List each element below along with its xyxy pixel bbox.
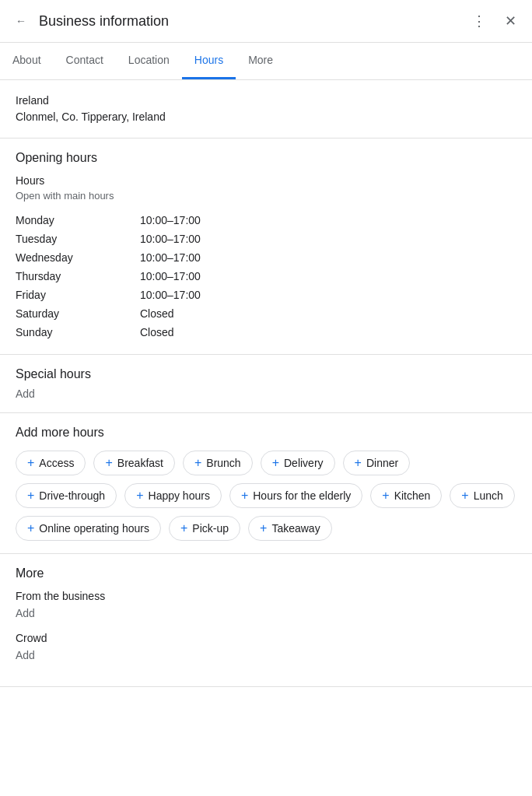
crowd-subsection: Crowd Add (16, 632, 516, 661)
header: ← Business information ⋮ ✕ (0, 0, 532, 43)
from-business-add[interactable]: Add (16, 607, 516, 619)
day-friday: Friday (16, 289, 140, 301)
tab-hours[interactable]: Hours (182, 43, 236, 79)
time-sunday: Closed (140, 326, 174, 338)
from-business-subsection: From the business Add (16, 590, 516, 619)
chip-drive-through-label: Drive-through (39, 489, 105, 502)
back-icon: ← (16, 15, 26, 27)
table-row: Friday 10:00–17:00 (16, 286, 516, 304)
chip-dinner[interactable]: + Dinner (343, 451, 411, 475)
plus-icon: + (241, 489, 248, 502)
more-title: More (16, 566, 516, 580)
table-row: Tuesday 10:00–17:00 (16, 230, 516, 248)
time-thursday: 10:00–17:00 (140, 270, 201, 282)
time-saturday: Closed (140, 307, 174, 320)
tab-more[interactable]: More (236, 43, 285, 79)
opening-hours-section: Opening hours Hours Open with main hours… (0, 139, 532, 355)
from-business-title: From the business (16, 590, 516, 602)
chip-brunch-label: Brunch (206, 457, 240, 469)
chip-drive-through[interactable]: + Drive-through (16, 483, 117, 508)
chip-online-operating[interactable]: + Online operating hours (16, 516, 161, 541)
location-line1: Ireland (16, 93, 516, 109)
chip-lunch-label: Lunch (474, 489, 503, 502)
chip-breakfast[interactable]: + Breakfast (93, 451, 174, 475)
time-tuesday: 10:00–17:00 (140, 233, 201, 245)
plus-icon: + (194, 457, 201, 469)
opening-hours-title: Opening hours (16, 151, 516, 165)
special-hours-title: Special hours (16, 367, 516, 381)
add-more-hours-title: Add more hours (16, 426, 516, 440)
close-button[interactable]: ✕ (499, 6, 523, 36)
chip-takeaway[interactable]: + Takeaway (248, 516, 332, 541)
day-saturday: Saturday (16, 307, 140, 320)
chip-breakfast-label: Breakfast (117, 457, 163, 469)
hours-table: Monday 10:00–17:00 Tuesday 10:00–17:00 W… (16, 211, 516, 342)
more-section: More From the business Add Crowd Add (0, 554, 532, 687)
chip-kitchen-label: Kitchen (394, 489, 431, 502)
plus-icon: + (105, 457, 112, 469)
add-more-hours-section: Add more hours + Access + Breakfast + Br… (0, 413, 532, 554)
nav-tabs: About Contact Location Hours More (0, 43, 532, 80)
location-line2: Clonmel, Co. Tipperary, Ireland (16, 109, 516, 125)
chip-delivery[interactable]: + Delivery (261, 451, 335, 475)
time-monday: 10:00–17:00 (140, 214, 201, 226)
day-monday: Monday (16, 214, 140, 226)
crowd-title: Crowd (16, 632, 516, 644)
plus-icon: + (272, 457, 279, 469)
table-row: Saturday Closed (16, 304, 516, 323)
chip-access[interactable]: + Access (16, 451, 86, 475)
back-button[interactable]: ← (9, 9, 33, 33)
chip-hours-elderly[interactable]: + Hours for the elderly (229, 483, 362, 508)
hours-label: Hours (16, 174, 516, 187)
close-icon: ✕ (505, 12, 516, 30)
plus-icon: + (136, 489, 143, 502)
crowd-add[interactable]: Add (16, 649, 516, 661)
chip-delivery-label: Delivery (284, 457, 324, 469)
location-info: Ireland Clonmel, Co. Tipperary, Ireland (0, 80, 532, 139)
more-options-icon: ⋮ (472, 12, 486, 30)
plus-icon: + (461, 489, 468, 502)
chip-happy-hours-label: Happy hours (149, 489, 210, 502)
table-row: Monday 10:00–17:00 (16, 211, 516, 230)
time-wednesday: 10:00–17:00 (140, 251, 201, 264)
chip-kitchen[interactable]: + Kitchen (370, 483, 442, 508)
header-title: Business information (39, 13, 466, 30)
tab-about[interactable]: About (0, 43, 54, 79)
chip-pick-up[interactable]: + Pick-up (169, 516, 240, 541)
plus-icon: + (180, 522, 187, 535)
day-tuesday: Tuesday (16, 233, 140, 245)
special-hours-section: Special hours Add (0, 355, 532, 413)
content: Ireland Clonmel, Co. Tipperary, Ireland … (0, 80, 532, 687)
special-hours-add[interactable]: Add (16, 387, 516, 400)
tab-contact[interactable]: Contact (54, 43, 116, 79)
day-thursday: Thursday (16, 270, 140, 282)
more-options-button[interactable]: ⋮ (466, 6, 492, 36)
plus-icon: + (260, 522, 267, 535)
hours-subtitle: Open with main hours (16, 190, 516, 202)
plus-icon: + (27, 522, 34, 535)
header-actions: ⋮ ✕ (466, 6, 523, 36)
chip-online-operating-label: Online operating hours (39, 522, 149, 535)
plus-icon: + (27, 457, 34, 469)
table-row: Wednesday 10:00–17:00 (16, 248, 516, 267)
chip-access-label: Access (39, 457, 74, 469)
time-friday: 10:00–17:00 (140, 289, 201, 301)
plus-icon: + (27, 489, 34, 502)
plus-icon: + (382, 489, 389, 502)
table-row: Sunday Closed (16, 323, 516, 342)
day-sunday: Sunday (16, 326, 140, 338)
day-wednesday: Wednesday (16, 251, 140, 264)
chip-brunch[interactable]: + Brunch (183, 451, 253, 475)
table-row: Thursday 10:00–17:00 (16, 267, 516, 286)
chip-hours-elderly-label: Hours for the elderly (253, 489, 351, 502)
tab-location[interactable]: Location (116, 43, 182, 79)
chip-takeaway-label: Takeaway (271, 522, 320, 535)
chip-dinner-label: Dinner (366, 457, 398, 469)
chip-pick-up-label: Pick-up (192, 522, 229, 535)
plus-icon: + (355, 457, 362, 469)
chip-lunch[interactable]: + Lunch (450, 483, 515, 508)
chips-container: + Access + Breakfast + Brunch + Delivery… (16, 451, 516, 541)
chip-happy-hours[interactable]: + Happy hours (124, 483, 222, 508)
